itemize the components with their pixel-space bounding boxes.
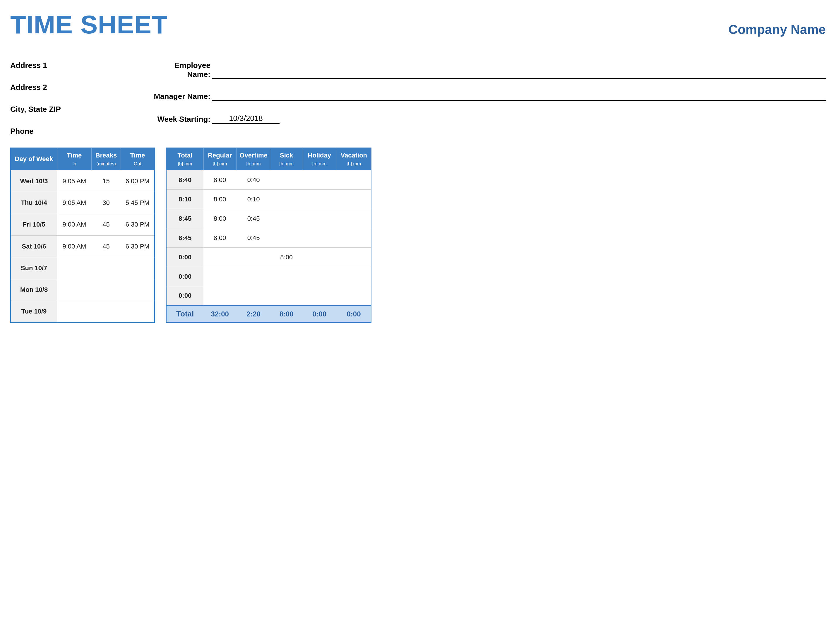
table-row: 8:108:000:10 [166,190,371,209]
cell-sick[interactable] [271,190,302,209]
phone-label: Phone [10,127,153,136]
cell-breaks[interactable]: 45 [91,235,121,257]
table-row: Sun 10/7 [11,257,155,279]
totals-holiday: 0:00 [302,306,336,323]
cell-sick[interactable] [271,209,302,228]
header-holiday: Holiday[h]:mm [302,148,336,170]
header-sick: Sick[h]:mm [271,148,302,170]
cell-time-out[interactable] [121,279,155,301]
cell-regular[interactable]: 8:00 [203,209,236,228]
cell-time-in[interactable] [57,301,91,322]
cell-sick[interactable] [271,286,302,306]
company-name: Company Name [728,22,826,37]
cell-breaks[interactable] [91,301,121,322]
cell-sick[interactable] [271,228,302,248]
address1-label: Address 1 [10,61,153,70]
cell-holiday[interactable] [302,248,336,267]
cell-vacation[interactable] [336,286,371,306]
header-breaks: Breaks(minutes) [91,148,121,170]
table-row: Tue 10/9 [11,301,155,322]
cell-breaks[interactable] [91,257,121,279]
cell-regular[interactable]: 8:00 [203,190,236,209]
address2-label: Address 2 [10,83,153,92]
table-row: Wed 10/39:05 AM156:00 PM [11,170,155,192]
employee-name-field[interactable] [212,70,826,79]
cell-overtime[interactable]: 0:45 [236,209,271,228]
totals-regular: 32:00 [203,306,236,323]
cell-time-out[interactable] [121,301,155,322]
cell-time-in[interactable]: 9:05 AM [57,192,91,214]
table-row: 8:458:000:45 [166,209,371,228]
cell-overtime[interactable] [236,248,271,267]
totals-overtime: 2:20 [236,306,271,323]
cell-vacation[interactable] [336,190,371,209]
cell-vacation[interactable] [336,170,371,190]
cell-time-out[interactable]: 6:30 PM [121,235,155,257]
manager-name-field[interactable] [212,92,826,101]
cell-regular[interactable] [203,286,236,306]
header-overtime: Overtime[h]:mm [236,148,271,170]
cell-overtime[interactable]: 0:10 [236,190,271,209]
cell-vacation[interactable] [336,267,371,286]
manager-name-label: Manager Name: [153,92,212,101]
cell-breaks[interactable]: 30 [91,192,121,214]
cell-breaks[interactable] [91,279,121,301]
table-row: 0:00 [166,286,371,306]
table-row: Mon 10/8 [11,279,155,301]
cell-holiday[interactable] [302,209,336,228]
cell-time-in[interactable]: 9:05 AM [57,170,91,192]
cell-vacation[interactable] [336,228,371,248]
totals-label: Total [166,306,203,323]
cell-vacation[interactable] [336,209,371,228]
cell-regular[interactable] [203,248,236,267]
cell-regular[interactable]: 8:00 [203,170,236,190]
cell-overtime[interactable] [236,267,271,286]
header-regular: Regular[h]:mm [203,148,236,170]
table-row: Fri 10/59:00 AM456:30 PM [11,214,155,235]
cell-holiday[interactable] [302,267,336,286]
week-starting-field[interactable]: 10/3/2018 [212,114,279,124]
employee-name-label: Employee Name: [153,61,212,79]
cell-time-in[interactable]: 9:00 AM [57,214,91,235]
header-time-out: TimeOut [121,148,155,170]
cell-regular[interactable]: 8:00 [203,228,236,248]
totals-vacation: 0:00 [336,306,371,323]
cell-regular[interactable] [203,267,236,286]
header-time-in: TimeIn [57,148,91,170]
table-row: 0:008:00 [166,248,371,267]
cell-holiday[interactable] [302,190,336,209]
table-row: 8:408:000:40 [166,170,371,190]
cell-time-out[interactable]: 6:30 PM [121,214,155,235]
header-total: Total[h]:mm [166,148,203,170]
cell-sick[interactable]: 8:00 [271,248,302,267]
cell-breaks[interactable]: 15 [91,170,121,192]
header-vacation: Vacation[h]:mm [336,148,371,170]
totals-sick: 8:00 [271,306,302,323]
cell-holiday[interactable] [302,170,336,190]
table-row: Thu 10/49:05 AM305:45 PM [11,192,155,214]
city-state-zip-label: City, State ZIP [10,105,153,114]
cell-vacation[interactable] [336,248,371,267]
cell-time-out[interactable]: 5:45 PM [121,192,155,214]
table-row: 0:00 [166,267,371,286]
cell-overtime[interactable]: 0:40 [236,170,271,190]
cell-time-in[interactable] [57,279,91,301]
cell-holiday[interactable] [302,286,336,306]
cell-sick[interactable] [271,267,302,286]
time-entry-table: Day of Week TimeIn Breaks(minutes) TimeO… [10,147,155,323]
cell-overtime[interactable] [236,286,271,306]
header-day: Day of Week [11,148,57,170]
table-row: Sat 10/69:00 AM456:30 PM [11,235,155,257]
table-row: 8:458:000:45 [166,228,371,248]
cell-time-out[interactable] [121,257,155,279]
totals-table: Total[h]:mm Regular[h]:mm Overtime[h]:mm… [166,147,371,323]
cell-time-in[interactable] [57,257,91,279]
cell-time-in[interactable]: 9:00 AM [57,235,91,257]
cell-time-out[interactable]: 6:00 PM [121,170,155,192]
week-starting-label: Week Starting: [153,115,212,124]
page-title: TIME SHEET [10,12,168,38]
cell-sick[interactable] [271,170,302,190]
cell-overtime[interactable]: 0:45 [236,228,271,248]
cell-breaks[interactable]: 45 [91,214,121,235]
cell-holiday[interactable] [302,228,336,248]
